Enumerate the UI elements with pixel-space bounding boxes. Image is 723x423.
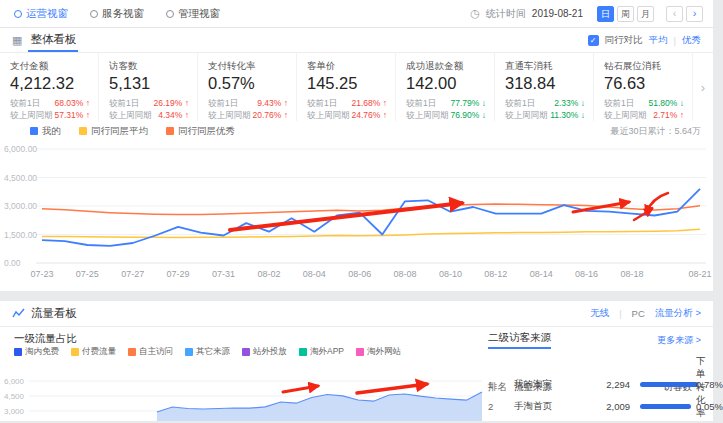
kpi-compare-label: 较上周同期 xyxy=(406,109,449,121)
legend-label: 同行同层优秀 xyxy=(178,125,235,138)
kpi-compare-row: 较前1日68.03% ↑ xyxy=(10,97,90,109)
annotation-arrow xyxy=(283,386,318,392)
next-date-button[interactable]: › xyxy=(686,6,703,22)
x-tick-label: 08-18 xyxy=(620,269,643,279)
topbar-right: ◷ 统计时间 2019-08-21 日周月 ‹ › xyxy=(470,6,703,22)
x-tick-label: 08-06 xyxy=(348,269,371,279)
traffic-legend-item[interactable]: 淘外网站 xyxy=(356,346,401,358)
kpi-compare-label: 较上周同期 xyxy=(10,109,53,121)
series-line-1 xyxy=(42,229,700,237)
kpi-card[interactable]: 直通车消耗318.84较前1日2.33% ↓较上周同期11.30% ↓ xyxy=(495,53,594,121)
kpi-card[interactable]: 支付金额4,212.32较前1日68.03% ↑较上周同期57.31% ↑ xyxy=(0,53,99,121)
legend-item[interactable]: 同行同层优秀 xyxy=(166,125,235,138)
kpi-compare-label: 较上周同期 xyxy=(208,109,251,121)
traffic-legend-item[interactable]: 付费流量 xyxy=(71,346,116,358)
period-button[interactable]: 月 xyxy=(637,6,654,22)
kpi-card[interactable]: 访客数5,131较前1日26.19% ↑较上周同期4.34% ↑ xyxy=(99,53,198,121)
kpi-compare-value: 20.76% ↑ xyxy=(253,109,288,121)
kpi-compare-row: 较前1日2.33% ↓ xyxy=(505,97,585,109)
traffic-legend: 淘内免费付费流量自主访问其它来源站外投放淘外APP淘外网站 xyxy=(0,345,488,359)
more-sources-link[interactable]: 更多来源 > xyxy=(657,334,701,347)
stat-date-value[interactable]: 2019-08-21 xyxy=(532,8,583,19)
x-tick-label: 08-16 xyxy=(575,269,598,279)
y-tick-label: 6,000.00 xyxy=(4,144,37,154)
kpi-compare-value: 9.43% ↑ xyxy=(257,97,288,109)
kpi-compare-row: 较前1日77.79% ↓ xyxy=(406,97,486,109)
source-cell: 手淘首页 xyxy=(514,400,592,413)
period-button[interactable]: 日 xyxy=(597,6,614,22)
top-tab-3[interactable]: 管理视窗 xyxy=(166,7,220,21)
x-tick-label: 08-12 xyxy=(484,269,507,279)
kpi-card[interactable]: 成功退款金额142.00较前1日77.79% ↓较上周同期76.90% ↓ xyxy=(396,53,495,121)
legend-swatch xyxy=(356,348,364,356)
kpi-card[interactable]: 客单价145.25较前1日21.68% ↑较上周同期24.76% ↑ xyxy=(297,53,396,121)
date-pager: ‹ › xyxy=(666,6,703,22)
traffic-analysis-link[interactable]: 流量分析 > xyxy=(655,307,701,320)
peer-compare-checkbox[interactable]: ✓ xyxy=(588,35,599,46)
kpi-value: 0.57% xyxy=(208,74,288,93)
kpi-label: 成功退款金额 xyxy=(406,60,486,73)
compare-average-option[interactable]: 平均 xyxy=(649,34,668,47)
compare-excellent-option[interactable]: 优秀 xyxy=(682,34,701,47)
visitors-cell: 2,294 xyxy=(592,379,634,390)
top-tab-label: 管理视窗 xyxy=(178,7,220,21)
pc-toggle[interactable]: PC xyxy=(632,308,645,319)
period-button[interactable]: 周 xyxy=(617,6,634,22)
legend-label: 自主访问 xyxy=(139,346,173,358)
prev-date-button[interactable]: ‹ xyxy=(666,6,683,22)
overview-title[interactable]: 整体看板 xyxy=(28,28,78,52)
traffic-share-panel: 一级流量占比 淘内免费付费流量自主访问其它来源站外投放淘外APP淘外网站 3,0… xyxy=(0,329,488,421)
traffic-legend-item[interactable]: 淘外APP xyxy=(299,346,344,358)
option-divider: | xyxy=(674,35,676,46)
kpi-compare-label: 较前1日 xyxy=(208,97,238,109)
legend-item[interactable]: 同行同层平均 xyxy=(79,125,148,138)
kpi-card[interactable]: 支付转化率0.57%较前1日9.43% ↑较上周同期20.76% ↑ xyxy=(198,53,297,121)
x-tick-label: 07-25 xyxy=(76,269,99,279)
traffic-area-chart[interactable]: 3,0004,5006,000 xyxy=(0,359,488,421)
legend-label: 淘外APP xyxy=(310,346,344,358)
kpi-scroll-right-button[interactable]: › xyxy=(693,53,713,121)
traffic-legend-item[interactable]: 站外投放 xyxy=(242,346,287,358)
legend-label: 淘内免费 xyxy=(25,346,59,358)
traffic-section: 流量看板 无线 | PC 流量分析 > 一级流量占比 淘内免费付费流量自主访问其… xyxy=(0,301,713,421)
table-row[interactable]: 2手淘首页2,0090.05% xyxy=(488,395,701,417)
legend-swatch xyxy=(166,127,174,135)
line-chart-icon xyxy=(12,308,25,319)
y-tick-label: 4,500.00 xyxy=(4,173,37,183)
legend-item[interactable]: 我的 xyxy=(30,125,61,138)
traffic-legend-item[interactable]: 其它来源 xyxy=(185,346,230,358)
legend-label: 我的 xyxy=(42,125,61,138)
kpi-compare-row: 较前1日21.68% ↑ xyxy=(307,97,387,109)
kpi-compare-value: 11.30% ↓ xyxy=(550,109,585,121)
traffic-legend-item[interactable]: 自主访问 xyxy=(128,346,173,358)
y-tick-label: 3,000 xyxy=(4,407,25,416)
period-toggle: 日周月 xyxy=(597,6,654,22)
wireless-toggle[interactable]: 无线 xyxy=(590,307,609,320)
legend-swatch xyxy=(299,348,307,356)
visitor-source-title[interactable]: 二级访客来源 xyxy=(488,331,551,349)
kpi-card-row: 支付金额4,212.32较前1日68.03% ↑较上周同期57.31% ↑访客数… xyxy=(0,53,713,121)
overview-trend-chart[interactable]: 0.001,500.003,000.004,500.006,000.0007-2… xyxy=(0,141,713,291)
top-tab-2[interactable]: 服务视窗 xyxy=(90,7,144,21)
visitors-bar-fill xyxy=(640,404,691,409)
section-divider xyxy=(0,291,713,301)
kpi-compare-value: 57.31% ↑ xyxy=(55,109,90,121)
kpi-value: 4,212.32 xyxy=(10,74,90,93)
x-tick-label: 07-31 xyxy=(212,269,235,279)
trend-legend-row: 我的同行同层平均同行同层优秀 最近30日累计：5.64万 xyxy=(0,121,713,141)
kpi-value: 142.00 xyxy=(406,74,486,93)
kpi-label: 访客数 xyxy=(109,60,189,73)
top-tab-1[interactable]: 运营视窗 xyxy=(14,7,68,21)
traffic-legend-item[interactable]: 淘内免费 xyxy=(14,346,59,358)
kpi-compare-label: 较前1日 xyxy=(604,97,634,109)
kpi-card[interactable]: 钻石展位消耗76.63较前1日51.80% ↓较上周同期2.71% ↑ xyxy=(594,53,693,121)
kpi-compare-row: 较上周同期4.34% ↑ xyxy=(109,109,189,121)
x-tick-label: 08-10 xyxy=(439,269,462,279)
kpi-compare-label: 较前1日 xyxy=(505,97,535,109)
topbar: 运营视窗服务视窗管理视窗 ◷ 统计时间 2019-08-21 日周月 ‹ › xyxy=(0,0,713,28)
kpi-compare-value: 77.79% ↓ xyxy=(451,97,486,109)
kpi-value: 145.25 xyxy=(307,74,387,93)
traffic-body: 一级流量占比 淘内免费付费流量自主访问其它来源站外投放淘外APP淘外网站 3,0… xyxy=(0,327,713,421)
x-tick-label: 08-21 xyxy=(688,269,711,279)
x-tick-label: 08-08 xyxy=(394,269,417,279)
